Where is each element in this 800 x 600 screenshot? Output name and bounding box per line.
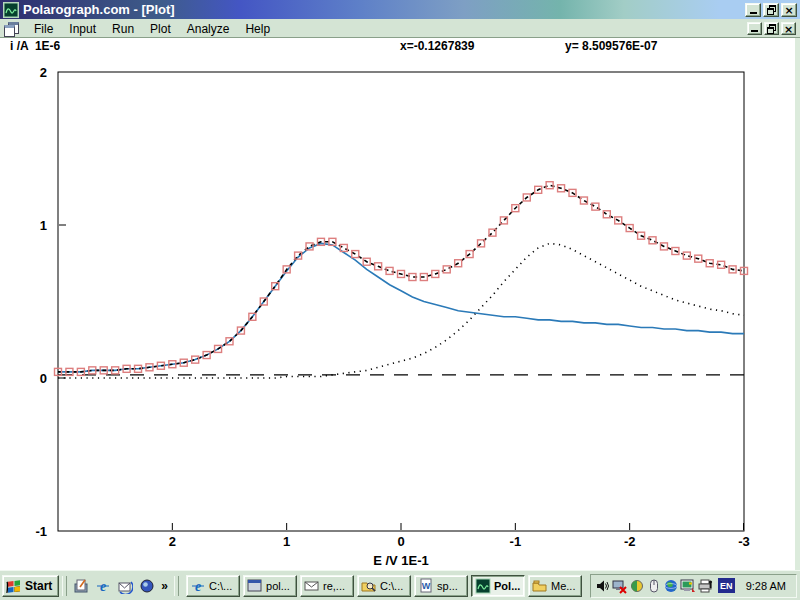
network-error-icon	[612, 578, 628, 594]
window-title: Polarograph.com - [Plot]	[23, 0, 175, 19]
tray-display[interactable]	[680, 578, 697, 594]
ball-icon	[629, 578, 645, 594]
internet-explorer-icon: e	[190, 578, 206, 594]
data-point-marker	[649, 237, 656, 244]
close-button[interactable]: ×	[781, 3, 797, 17]
window-edge	[795, 38, 800, 570]
taskbar: Start e » eC:\...pol...re,...C:\...Wsp..…	[0, 570, 800, 600]
overflow-chevron[interactable]: »	[158, 579, 171, 593]
svg-text:W: W	[422, 581, 431, 591]
task-button-7[interactable]: Me...	[528, 575, 582, 597]
language-indicator[interactable]: EN	[718, 578, 735, 593]
tray-network-error[interactable]	[612, 578, 629, 594]
task-button-2[interactable]: pol...	[243, 575, 297, 597]
axis-box	[58, 72, 744, 531]
document-window-icon[interactable]	[4, 22, 18, 34]
menu-item-analyze[interactable]: Analyze	[179, 20, 238, 38]
tray-ball[interactable]	[629, 578, 646, 594]
minimize-icon	[751, 30, 758, 32]
volume-icon	[595, 578, 611, 594]
restore-button[interactable]	[763, 3, 779, 17]
tray-icons	[595, 578, 714, 594]
taskbar-divider[interactable]	[62, 576, 67, 596]
menu-item-run[interactable]: Run	[104, 20, 142, 38]
y-tick-label: 2	[40, 65, 47, 80]
task-button-label: C:\...	[209, 580, 232, 592]
task-button-label: Pol...	[494, 580, 520, 592]
polarograph-icon	[475, 578, 491, 594]
x-tick-label: 0	[397, 534, 404, 549]
task-button-6[interactable]: Pol...	[471, 575, 525, 597]
menu-item-help[interactable]: Help	[237, 20, 278, 38]
x-axis-ticks: 210-1-2-3	[169, 523, 750, 549]
task-button-5[interactable]: Wsp...	[414, 575, 468, 597]
quick-launch-media-player[interactable]	[138, 577, 156, 595]
window-icon	[247, 578, 263, 594]
start-button[interactable]: Start	[2, 575, 59, 597]
tray-mouse[interactable]	[646, 578, 663, 594]
x-tick-label: -3	[738, 534, 750, 549]
task-button-label: C:\...	[380, 580, 403, 592]
show-desktop-icon	[73, 578, 89, 594]
window-controls: ×	[745, 3, 800, 17]
child-window-controls: ×	[747, 22, 800, 35]
tray-volume[interactable]	[595, 578, 612, 594]
child-minimize-button[interactable]	[747, 22, 762, 35]
quick-launch-show-desktop[interactable]	[72, 577, 90, 595]
quick-launch-internet-explorer[interactable]: e	[94, 577, 112, 595]
system-tray: EN 9:28 AM	[590, 574, 797, 598]
y-tick-label: 1	[40, 218, 47, 233]
close-icon: ×	[784, 4, 793, 17]
folder-icon	[532, 578, 548, 594]
mouse-icon	[646, 578, 662, 594]
task-button-3[interactable]: re,...	[300, 575, 354, 597]
tray-printer[interactable]	[697, 578, 714, 594]
plot-canvas[interactable]: 210-1-2-3210-1E /V 1E-1	[0, 38, 800, 570]
restore-icon	[767, 5, 776, 14]
printer-icon	[697, 578, 713, 594]
task-button-4[interactable]: C:\...	[357, 575, 411, 597]
minimize-button[interactable]	[745, 3, 761, 17]
menu-items: FileInputRunPlotAnalyzeHelp	[26, 19, 278, 37]
window-icon	[247, 578, 263, 594]
x-tick-label: -2	[624, 534, 636, 549]
y-axis-ticks: 210-1	[35, 65, 66, 539]
windows-logo-icon	[6, 579, 22, 593]
task-buttons: eC:\...pol...re,...C:\...Wsp...Pol...Me.…	[186, 575, 582, 597]
y-tick-label: 0	[40, 371, 47, 386]
series-fit-total	[58, 185, 744, 372]
plot-client-area: i /A 1E-6 x=-0.1267839 y= 8.509576E-07 2…	[0, 38, 800, 570]
taskbar-clock[interactable]: 9:28 AM	[746, 580, 786, 592]
polarograph-app-icon[interactable]	[3, 2, 19, 18]
menu-item-input[interactable]: Input	[61, 20, 104, 38]
series-measured-points	[55, 182, 748, 376]
polarograph-icon	[475, 578, 491, 594]
internet-explorer-icon: e	[190, 578, 206, 594]
task-button-label: sp...	[437, 580, 458, 592]
taskbar-divider[interactable]	[174, 576, 179, 596]
outlook-express-icon	[117, 578, 133, 594]
quick-launch-outlook-express[interactable]	[116, 577, 134, 595]
task-button-1[interactable]: eC:\...	[186, 575, 240, 597]
media-player-icon	[139, 578, 155, 594]
series-component-peak-2	[58, 243, 744, 378]
x-tick-label: 1	[283, 534, 290, 549]
word-document-icon: W	[418, 578, 434, 594]
minimize-icon	[750, 12, 757, 14]
child-close-button[interactable]: ×	[781, 22, 796, 35]
folder-icon	[532, 578, 548, 594]
task-button-label: re,...	[323, 580, 345, 592]
tray-globe[interactable]	[663, 578, 680, 594]
search-folder-icon	[361, 578, 377, 594]
child-restore-button[interactable]	[764, 22, 779, 35]
menu-item-plot[interactable]: Plot	[142, 20, 179, 38]
globe-icon	[663, 578, 679, 594]
application-window: Polarograph.com - [Plot] × FileInputRunP…	[0, 0, 800, 600]
title-bar: Polarograph.com - [Plot] ×	[0, 0, 800, 19]
series-component-peak-1	[58, 243, 744, 372]
internet-explorer-icon: e	[95, 578, 111, 594]
mail-icon	[304, 578, 320, 594]
menu-item-file[interactable]: File	[26, 20, 61, 38]
data-point-marker	[443, 266, 450, 273]
mail-icon	[304, 578, 320, 594]
